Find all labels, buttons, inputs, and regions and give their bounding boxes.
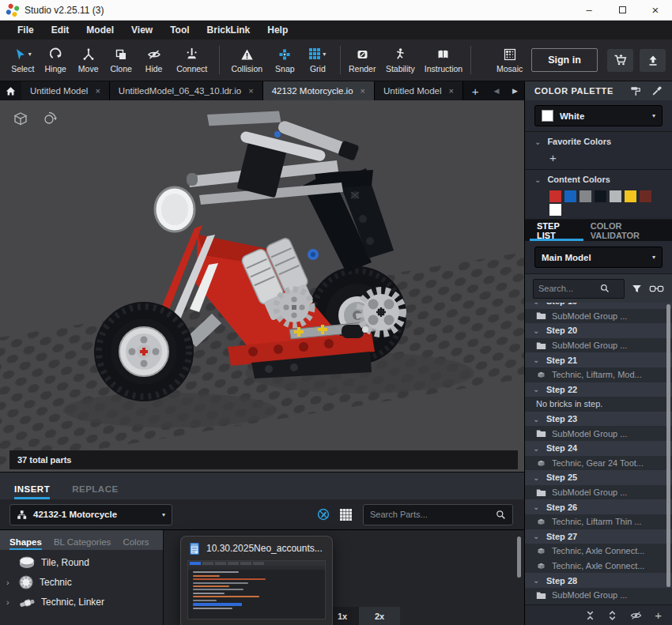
- tab-untitled-model-2[interactable]: Untitled Model ×: [375, 81, 463, 100]
- step-row[interactable]: ⌄Step 27: [525, 529, 672, 544]
- content-color-swatch[interactable]: [549, 204, 561, 216]
- step-row[interactable]: ⌄Step 20: [525, 323, 672, 338]
- tab-42132-motorcycle[interactable]: 42132 Motorcycle.io ×: [263, 81, 375, 100]
- tab-untitled-model-1[interactable]: Untitled Model ×: [21, 81, 110, 100]
- content-color-swatch[interactable]: [564, 190, 576, 202]
- menu-model[interactable]: Model: [77, 21, 123, 40]
- window-preview-thumbnail[interactable]: [187, 560, 326, 619]
- tab-colors[interactable]: Colors: [123, 537, 149, 550]
- menu-edit[interactable]: Edit: [43, 21, 78, 40]
- tab-bl-categories[interactable]: BL Categories: [54, 537, 111, 550]
- add-step-button[interactable]: +: [655, 608, 662, 622]
- color-dropdown[interactable]: White ▾: [534, 105, 663, 126]
- orbit-rotate-icon[interactable]: [40, 110, 59, 129]
- collision-button[interactable]: Collision: [225, 47, 269, 73]
- viewport-3d[interactable]: 37 total parts: [0, 100, 524, 472]
- collapse-all-icon[interactable]: [585, 610, 595, 621]
- shape-item-tile-round[interactable]: Tile, Round: [0, 552, 163, 572]
- eyedropper-icon[interactable]: [651, 85, 663, 96]
- step-row[interactable]: ⌄Step 21: [525, 352, 672, 367]
- step-list[interactable]: ⌄Step 19 SubModel Group ... ⌄Step 20 Sub…: [525, 303, 672, 604]
- shape-item-technic-linker[interactable]: › Technic, Linker: [0, 592, 163, 612]
- tab-shapes[interactable]: Shapes: [9, 537, 42, 550]
- close-tab-icon[interactable]: ×: [449, 86, 454, 96]
- tab-color-validator[interactable]: COLOR VALIDATOR: [583, 220, 672, 241]
- paint-roller-icon[interactable]: [630, 85, 641, 96]
- parts-search[interactable]: [363, 504, 513, 525]
- content-color-swatch[interactable]: [625, 190, 636, 202]
- draw-mode-toggle[interactable]: [312, 508, 334, 521]
- minimize-button[interactable]: –: [572, 0, 606, 20]
- content-colors-header[interactable]: ⌄ Content Colors: [525, 170, 672, 189]
- main-model-dropdown[interactable]: Main Model ▾: [534, 247, 663, 268]
- zoom-2x-button[interactable]: 2x: [359, 607, 400, 625]
- part-row[interactable]: Technic, Axle Connect...: [525, 559, 672, 574]
- menu-bricklink[interactable]: BrickLink: [198, 21, 259, 40]
- step-row[interactable]: ⌄Step 23: [525, 412, 672, 427]
- instruction-button[interactable]: Instruction: [422, 47, 466, 73]
- cart-button[interactable]: [607, 49, 633, 72]
- menu-file[interactable]: File: [9, 21, 43, 40]
- step-row[interactable]: ⌄Step 19: [525, 303, 672, 309]
- content-color-swatch[interactable]: [580, 190, 591, 202]
- close-tab-icon[interactable]: ×: [248, 86, 253, 96]
- tab-insert[interactable]: INSERT: [14, 484, 50, 499]
- part-row[interactable]: Technic, Liftarm, Mod...: [525, 367, 672, 382]
- submodel-row[interactable]: SubModel Group ...: [525, 485, 672, 500]
- favorite-colors-header[interactable]: ⌄ Favorite Colors: [525, 132, 672, 151]
- tab-scroll-left-button[interactable]: ◀: [487, 81, 505, 100]
- select-button[interactable]: ▾ Select: [6, 47, 39, 73]
- step-row[interactable]: ⌄Step 26: [525, 499, 672, 514]
- step-search[interactable]: [533, 279, 625, 299]
- close-button[interactable]: ×: [639, 0, 672, 20]
- taskbar-thumbnail-popup[interactable]: 10.30.2025Neo_accounts...: [180, 536, 333, 625]
- model-palette-dropdown[interactable]: 42132-1 Motorcycle ▾: [9, 504, 172, 525]
- hinge-button[interactable]: Hinge: [39, 47, 71, 73]
- mosaic-button[interactable]: Mosaic: [488, 47, 531, 73]
- content-color-swatch[interactable]: [549, 190, 561, 202]
- step-list-scrollbar[interactable]: [666, 304, 670, 587]
- tab-scroll-right-button[interactable]: ▶: [506, 81, 524, 100]
- submodel-row[interactable]: SubModel Group ...: [525, 309, 672, 324]
- shape-item-technic[interactable]: › Technic: [0, 572, 163, 592]
- content-color-swatch[interactable]: [610, 190, 621, 202]
- parts-search-input[interactable]: [370, 510, 496, 519]
- clone-button[interactable]: Clone: [104, 47, 137, 73]
- step-row[interactable]: ⌄Step 25: [525, 470, 672, 485]
- hide-steps-eye-off-icon[interactable]: [629, 610, 643, 621]
- menu-help[interactable]: Help: [259, 21, 296, 40]
- move-button[interactable]: Move: [72, 47, 104, 73]
- part-row[interactable]: Technic, Gear 24 Toot...: [525, 456, 672, 471]
- menu-view[interactable]: View: [123, 21, 161, 40]
- render-button[interactable]: Render: [346, 47, 379, 73]
- step-search-input[interactable]: [538, 284, 600, 293]
- tab-untitledmodel-ldr[interactable]: UntitledModel_06_43_10.ldr.io ×: [110, 81, 263, 100]
- parts-grid-scrollbar[interactable]: [517, 537, 521, 578]
- expand-arrow-icon[interactable]: ›: [6, 597, 13, 607]
- part-row[interactable]: Technic, Axle Connect...: [525, 544, 672, 559]
- tab-step-list[interactable]: STEP LIST: [530, 220, 583, 241]
- step-row[interactable]: ⌄Step 28: [525, 573, 672, 588]
- tab-replace[interactable]: REPLACE: [72, 484, 118, 499]
- submodel-row[interactable]: SubModel Group ...: [525, 426, 672, 441]
- maximize-button[interactable]: [606, 0, 639, 20]
- step-row[interactable]: ⌄Step 24: [525, 441, 672, 456]
- submodel-row[interactable]: SubModel Group ...: [525, 338, 672, 353]
- content-color-swatch[interactable]: [640, 190, 651, 202]
- snap-button[interactable]: Snap: [269, 47, 301, 73]
- close-tab-icon[interactable]: ×: [361, 86, 365, 96]
- stability-button[interactable]: Stability: [379, 47, 422, 73]
- new-tab-button[interactable]: +: [463, 81, 487, 100]
- grid-view-toggle[interactable]: [334, 509, 357, 521]
- step-row[interactable]: ⌄Step 22: [525, 382, 672, 397]
- expand-arrow-icon[interactable]: ›: [6, 578, 13, 587]
- grid-button[interactable]: ▾ Grid: [301, 47, 334, 73]
- filter-icon[interactable]: [632, 284, 642, 294]
- menu-tool[interactable]: Tool: [161, 21, 198, 40]
- expand-all-icon[interactable]: [607, 610, 617, 621]
- upload-button[interactable]: [640, 49, 666, 72]
- view-cube-icon[interactable]: [11, 110, 30, 129]
- close-tab-icon[interactable]: ×: [95, 86, 100, 96]
- hide-button[interactable]: Hide: [138, 47, 170, 73]
- home-tab-button[interactable]: [0, 81, 21, 100]
